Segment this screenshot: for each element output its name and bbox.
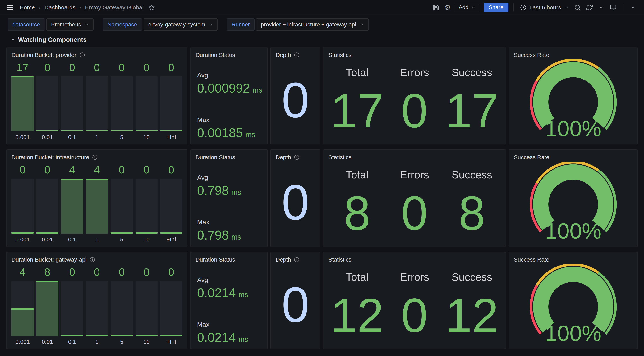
dashboard-settings-button[interactable]: ⚙ <box>443 2 453 12</box>
bar-category-label: 1 <box>86 336 108 346</box>
gauge-svg: 100% <box>514 59 632 141</box>
bar-category-label: 5 <box>110 336 133 346</box>
monitor-icon <box>610 4 616 11</box>
stat-errors: Errors 0 <box>386 66 443 141</box>
avg-value: 0.0214 ms <box>197 286 262 300</box>
panel-statistics: Statistics Total 8 Errors 0 Success 8 <box>323 150 506 247</box>
namespace-select[interactable]: envoy-gateway-system <box>144 18 218 31</box>
runner-select[interactable]: provider + infrastructure + gateway-api <box>256 18 368 31</box>
panel-title[interactable]: Depth <box>276 153 315 162</box>
svg-text:100%: 100% <box>545 218 601 243</box>
panel-success-rate: Success Rate 100% <box>509 150 638 247</box>
panel-title[interactable]: Success Rate <box>514 51 632 59</box>
bar-fill <box>136 232 158 234</box>
panel-title-text: Success Rate <box>514 154 549 160</box>
bar-column: 01 <box>86 264 108 346</box>
panel-title[interactable]: Success Rate <box>514 153 632 162</box>
bar-category-label: +Inf <box>160 234 182 243</box>
bar-column: 0+Inf <box>160 162 182 243</box>
panel-title[interactable]: Duration Bucket: gateway-api <box>12 256 182 264</box>
panel-success-rate: Success Rate 100% <box>509 47 638 144</box>
info-icon[interactable] <box>80 52 85 58</box>
breadcrumb-dashboards[interactable]: Dashboards <box>44 4 76 11</box>
breadcrumb-home[interactable]: Home <box>20 4 35 11</box>
stat-value: 0 <box>401 87 428 135</box>
info-icon[interactable] <box>90 257 95 262</box>
zoom-out-time-button[interactable] <box>572 2 582 12</box>
panel-title-text: Success Rate <box>514 52 549 58</box>
info-icon[interactable] <box>92 154 98 160</box>
namespace-value: envoy-gateway-system <box>148 22 205 28</box>
panel-title[interactable]: Duration Status <box>196 153 262 162</box>
bar-column: 00.01 <box>36 162 58 243</box>
bar-column: 0+Inf <box>160 264 182 346</box>
duration-stats: Avg 0.0214 ms Max 0.0214 ms <box>196 264 262 346</box>
panel-title[interactable]: Statistics <box>328 256 500 264</box>
depth-value: 0 <box>276 59 315 141</box>
bar-track <box>86 178 108 234</box>
panel-title[interactable]: Duration Bucket: provider <box>12 51 182 59</box>
panel-title-text: Duration Bucket: gateway-api <box>12 256 87 263</box>
kiosk-mode-button[interactable] <box>608 2 618 12</box>
info-icon[interactable] <box>294 52 300 58</box>
bar-fill <box>136 130 158 131</box>
filter-label: Namespace <box>103 18 142 31</box>
panel-title[interactable]: Duration Bucket: infrastructure <box>12 153 182 162</box>
bar-fill <box>61 178 83 234</box>
bar-fill <box>36 281 58 336</box>
bar-value-label: 0 <box>160 264 182 281</box>
favorite-star-button[interactable] <box>148 4 155 10</box>
collapse-topbar-button[interactable] <box>628 2 638 12</box>
breadcrumb-separator: › <box>39 4 41 11</box>
panel-title[interactable]: Success Rate <box>514 256 632 264</box>
bar-value-label: 0 <box>136 264 158 281</box>
depth-value: 0 <box>276 162 315 243</box>
info-icon[interactable] <box>294 257 300 262</box>
bar-column: 05 <box>110 264 133 346</box>
stat-success: Success 17 <box>443 66 500 141</box>
bar-track <box>61 178 83 234</box>
bar-value-label: 4 <box>12 264 34 281</box>
panel-title-text: Duration Status <box>196 154 235 160</box>
panel-title[interactable]: Duration Status <box>196 256 262 264</box>
bar-column: 010 <box>136 59 158 141</box>
bar-column: 40.001 <box>12 264 34 346</box>
panel-title[interactable]: Depth <box>276 51 315 59</box>
bar-track <box>61 281 83 336</box>
gear-icon: ⚙ <box>444 4 451 11</box>
panel-title[interactable]: Duration Status <box>196 51 262 59</box>
bar-column: 40.1 <box>61 162 83 243</box>
add-button[interactable]: Add <box>455 3 480 12</box>
unit-label: ms <box>238 291 248 299</box>
panel-title[interactable]: Depth <box>276 256 315 264</box>
avg-stat: Avg 0.798 ms <box>197 174 262 198</box>
filter-runner: Runner provider + infrastructure + gatew… <box>227 18 368 31</box>
datasource-select[interactable]: Prometheus <box>46 18 94 31</box>
menu-toggle-button[interactable] <box>6 4 14 11</box>
filter-namespace: Namespace envoy-gateway-system <box>103 18 218 31</box>
panel-depth: Depth 0 <box>270 150 320 247</box>
time-range-picker[interactable]: Last 6 hours <box>519 4 570 11</box>
chevron-down-icon <box>84 22 89 27</box>
chevron-down-icon <box>360 22 364 27</box>
refresh-interval-dropdown[interactable] <box>596 2 606 12</box>
info-icon[interactable] <box>294 154 300 160</box>
stat-value: 17 <box>330 87 384 135</box>
filter-label: Runner <box>227 18 254 31</box>
save-dashboard-button[interactable] <box>431 2 441 12</box>
panel-title-text: Statistics <box>328 256 351 263</box>
panel-title[interactable]: Statistics <box>328 153 500 162</box>
bar-fill <box>61 335 83 336</box>
max-value: 0.00185 ms <box>197 126 262 140</box>
panel-title-text: Success Rate <box>514 256 549 263</box>
gauge-chart: 100% <box>514 264 632 346</box>
share-button[interactable]: Share <box>484 3 508 12</box>
bar-category-label: 0.001 <box>12 234 34 243</box>
panel-title[interactable]: Statistics <box>328 51 500 59</box>
max-label: Max <box>197 218 262 226</box>
bar-value-label: 0 <box>36 59 58 76</box>
bar-category-label: 1 <box>86 131 108 141</box>
row-toggle-watching-components[interactable]: Watching Components <box>0 31 644 46</box>
avg-stat: Avg 0.000992 ms <box>197 72 262 96</box>
refresh-button[interactable] <box>584 2 594 12</box>
